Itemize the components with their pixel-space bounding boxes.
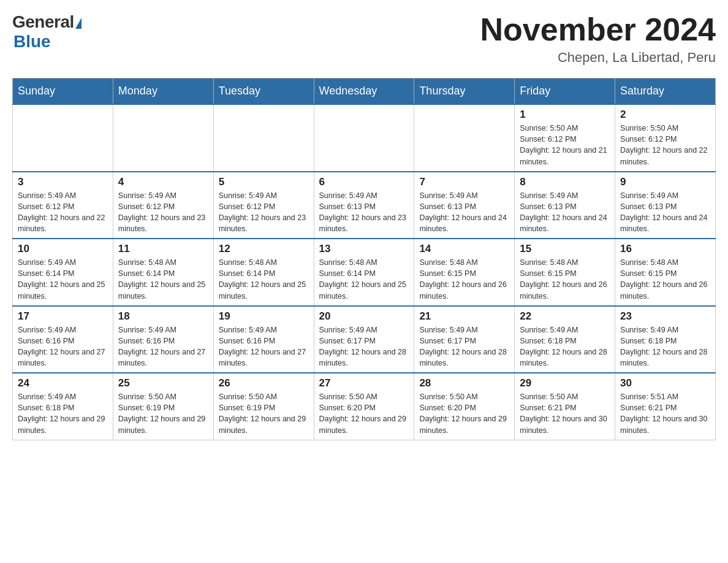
column-header-friday: Friday <box>515 79 615 105</box>
calendar-cell: 5Sunrise: 5:49 AMSunset: 6:12 PMDaylight… <box>213 172 314 239</box>
day-info: Sunrise: 5:50 AMSunset: 6:12 PMDaylight:… <box>520 123 610 167</box>
calendar-cell: 2Sunrise: 5:50 AMSunset: 6:12 PMDaylight… <box>615 104 716 172</box>
calendar-cell: 14Sunrise: 5:48 AMSunset: 6:15 PMDayligh… <box>414 239 515 306</box>
day-number: 14 <box>419 243 509 255</box>
day-info: Sunrise: 5:49 AMSunset: 6:13 PMDaylight:… <box>620 190 710 235</box>
calendar-cell: 7Sunrise: 5:49 AMSunset: 6:13 PMDaylight… <box>414 172 515 239</box>
day-info: Sunrise: 5:49 AMSunset: 6:13 PMDaylight:… <box>419 190 509 235</box>
day-info: Sunrise: 5:50 AMSunset: 6:12 PMDaylight:… <box>620 123 710 167</box>
calendar-week-row: 24Sunrise: 5:49 AMSunset: 6:18 PMDayligh… <box>13 373 716 440</box>
calendar-cell: 19Sunrise: 5:49 AMSunset: 6:16 PMDayligh… <box>213 306 314 373</box>
day-number: 16 <box>620 243 710 255</box>
day-info: Sunrise: 5:50 AMSunset: 6:19 PMDaylight:… <box>219 391 309 436</box>
day-info: Sunrise: 5:48 AMSunset: 6:15 PMDaylight:… <box>520 257 610 302</box>
day-info: Sunrise: 5:49 AMSunset: 6:13 PMDaylight:… <box>319 190 409 235</box>
day-info: Sunrise: 5:49 AMSunset: 6:17 PMDaylight:… <box>319 324 409 369</box>
calendar-cell: 27Sunrise: 5:50 AMSunset: 6:20 PMDayligh… <box>314 373 414 440</box>
column-header-sunday: Sunday <box>13 79 113 105</box>
calendar-cell: 20Sunrise: 5:49 AMSunset: 6:17 PMDayligh… <box>314 306 414 373</box>
calendar-cell: 6Sunrise: 5:49 AMSunset: 6:13 PMDaylight… <box>314 172 414 239</box>
day-number: 29 <box>520 377 610 389</box>
day-info: Sunrise: 5:50 AMSunset: 6:21 PMDaylight:… <box>520 391 610 436</box>
calendar-week-row: 1Sunrise: 5:50 AMSunset: 6:12 PMDaylight… <box>13 104 716 172</box>
day-number: 7 <box>419 176 509 188</box>
calendar-table: SundayMondayTuesdayWednesdayThursdayFrid… <box>12 78 716 440</box>
day-info: Sunrise: 5:48 AMSunset: 6:15 PMDaylight:… <box>620 257 710 302</box>
calendar-week-row: 3Sunrise: 5:49 AMSunset: 6:12 PMDaylight… <box>13 172 716 239</box>
day-number: 20 <box>319 310 409 323</box>
calendar-header-row: SundayMondayTuesdayWednesdayThursdayFrid… <box>13 79 716 105</box>
calendar-cell <box>113 104 213 172</box>
day-number: 25 <box>118 377 208 389</box>
day-info: Sunrise: 5:48 AMSunset: 6:14 PMDaylight:… <box>319 257 409 302</box>
calendar-cell: 23Sunrise: 5:49 AMSunset: 6:18 PMDayligh… <box>615 306 716 373</box>
logo-blue-text: Blue <box>13 32 51 52</box>
calendar-cell: 12Sunrise: 5:48 AMSunset: 6:14 PMDayligh… <box>213 239 314 306</box>
day-info: Sunrise: 5:49 AMSunset: 6:12 PMDaylight:… <box>118 190 208 235</box>
calendar-cell: 30Sunrise: 5:51 AMSunset: 6:21 PMDayligh… <box>615 373 716 440</box>
calendar-cell: 25Sunrise: 5:50 AMSunset: 6:19 PMDayligh… <box>113 373 213 440</box>
calendar-cell: 15Sunrise: 5:48 AMSunset: 6:15 PMDayligh… <box>515 239 615 306</box>
day-info: Sunrise: 5:49 AMSunset: 6:12 PMDaylight:… <box>18 190 108 235</box>
day-number: 22 <box>520 310 610 323</box>
calendar-cell <box>314 104 414 172</box>
day-number: 19 <box>219 310 309 323</box>
logo-triangle-icon <box>75 18 82 29</box>
logo: General Blue <box>12 12 82 52</box>
day-number: 15 <box>520 243 610 255</box>
calendar-cell: 11Sunrise: 5:48 AMSunset: 6:14 PMDayligh… <box>113 239 213 306</box>
day-number: 5 <box>219 176 309 188</box>
day-info: Sunrise: 5:48 AMSunset: 6:15 PMDaylight:… <box>419 257 509 302</box>
day-info: Sunrise: 5:49 AMSunset: 6:14 PMDaylight:… <box>18 257 108 302</box>
calendar-cell: 13Sunrise: 5:48 AMSunset: 6:14 PMDayligh… <box>314 239 414 306</box>
day-info: Sunrise: 5:49 AMSunset: 6:18 PMDaylight:… <box>520 324 610 369</box>
day-number: 21 <box>419 310 509 323</box>
day-info: Sunrise: 5:49 AMSunset: 6:18 PMDaylight:… <box>18 391 108 436</box>
day-number: 30 <box>620 377 710 389</box>
calendar-cell: 9Sunrise: 5:49 AMSunset: 6:13 PMDaylight… <box>615 172 716 239</box>
day-info: Sunrise: 5:50 AMSunset: 6:19 PMDaylight:… <box>118 391 208 436</box>
month-title: November 2024 <box>480 12 716 47</box>
day-info: Sunrise: 5:51 AMSunset: 6:21 PMDaylight:… <box>620 391 710 436</box>
calendar-cell: 24Sunrise: 5:49 AMSunset: 6:18 PMDayligh… <box>13 373 113 440</box>
day-number: 1 <box>520 109 610 121</box>
day-number: 28 <box>419 377 509 389</box>
calendar-cell: 21Sunrise: 5:49 AMSunset: 6:17 PMDayligh… <box>414 306 515 373</box>
title-area: November 2024 Chepen, La Libertad, Peru <box>480 12 716 66</box>
day-number: 13 <box>319 243 409 255</box>
day-number: 6 <box>319 176 409 188</box>
calendar-cell: 17Sunrise: 5:49 AMSunset: 6:16 PMDayligh… <box>13 306 113 373</box>
calendar-cell: 3Sunrise: 5:49 AMSunset: 6:12 PMDaylight… <box>13 172 113 239</box>
day-number: 4 <box>118 176 208 188</box>
column-header-saturday: Saturday <box>615 79 716 105</box>
calendar-cell <box>414 104 515 172</box>
day-number: 24 <box>18 377 108 389</box>
day-info: Sunrise: 5:49 AMSunset: 6:12 PMDaylight:… <box>219 190 309 235</box>
calendar-cell: 29Sunrise: 5:50 AMSunset: 6:21 PMDayligh… <box>515 373 615 440</box>
calendar-cell: 10Sunrise: 5:49 AMSunset: 6:14 PMDayligh… <box>13 239 113 306</box>
location-subtitle: Chepen, La Libertad, Peru <box>480 50 716 66</box>
calendar-cell: 22Sunrise: 5:49 AMSunset: 6:18 PMDayligh… <box>515 306 615 373</box>
day-info: Sunrise: 5:49 AMSunset: 6:16 PMDaylight:… <box>118 324 208 369</box>
day-info: Sunrise: 5:50 AMSunset: 6:20 PMDaylight:… <box>319 391 409 436</box>
day-number: 26 <box>219 377 309 389</box>
day-info: Sunrise: 5:49 AMSunset: 6:13 PMDaylight:… <box>520 190 610 235</box>
day-info: Sunrise: 5:49 AMSunset: 6:17 PMDaylight:… <box>419 324 509 369</box>
calendar-week-row: 10Sunrise: 5:49 AMSunset: 6:14 PMDayligh… <box>13 239 716 306</box>
column-header-tuesday: Tuesday <box>213 79 314 105</box>
calendar-cell: 28Sunrise: 5:50 AMSunset: 6:20 PMDayligh… <box>414 373 515 440</box>
calendar-cell: 8Sunrise: 5:49 AMSunset: 6:13 PMDaylight… <box>515 172 615 239</box>
day-number: 2 <box>620 109 710 121</box>
calendar-cell: 18Sunrise: 5:49 AMSunset: 6:16 PMDayligh… <box>113 306 213 373</box>
calendar-cell: 16Sunrise: 5:48 AMSunset: 6:15 PMDayligh… <box>615 239 716 306</box>
calendar-cell <box>13 104 113 172</box>
day-number: 10 <box>18 243 108 255</box>
column-header-thursday: Thursday <box>414 79 515 105</box>
calendar-cell: 26Sunrise: 5:50 AMSunset: 6:19 PMDayligh… <box>213 373 314 440</box>
day-number: 8 <box>520 176 610 188</box>
day-info: Sunrise: 5:49 AMSunset: 6:16 PMDaylight:… <box>219 324 309 369</box>
day-number: 3 <box>18 176 108 188</box>
day-number: 18 <box>118 310 208 323</box>
day-number: 23 <box>620 310 710 323</box>
day-number: 17 <box>18 310 108 323</box>
